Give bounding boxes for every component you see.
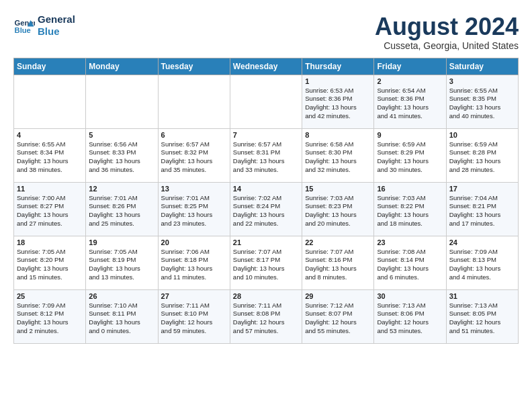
day-number: 16 bbox=[377, 185, 443, 193]
day-number: 8 bbox=[305, 131, 371, 139]
logo-icon: General Blue bbox=[13, 15, 35, 36]
day-cell: 22Sunrise: 7:07 AM Sunset: 8:16 PM Dayli… bbox=[302, 236, 374, 289]
day-cell: 2Sunrise: 6:54 AM Sunset: 8:36 PM Daylig… bbox=[374, 75, 446, 128]
logo-general: General bbox=[38, 13, 75, 26]
day-number: 21 bbox=[233, 238, 299, 246]
day-number: 2 bbox=[377, 77, 443, 85]
day-number: 29 bbox=[305, 292, 371, 300]
day-info: Sunrise: 7:03 AM Sunset: 8:23 PM Dayligh… bbox=[305, 194, 371, 228]
day-number: 13 bbox=[161, 185, 227, 193]
day-number: 12 bbox=[89, 185, 154, 193]
day-number: 4 bbox=[17, 131, 83, 139]
day-cell: 3Sunrise: 6:55 AM Sunset: 8:35 PM Daylig… bbox=[446, 75, 518, 128]
day-cell: 19Sunrise: 7:05 AM Sunset: 8:19 PM Dayli… bbox=[86, 236, 158, 289]
day-number: 6 bbox=[161, 131, 227, 139]
day-number: 28 bbox=[233, 292, 299, 300]
day-info: Sunrise: 6:59 AM Sunset: 8:28 PM Dayligh… bbox=[449, 140, 515, 175]
day-info: Sunrise: 7:11 AM Sunset: 8:10 PM Dayligh… bbox=[161, 302, 227, 336]
day-cell: 29Sunrise: 7:12 AM Sunset: 8:07 PM Dayli… bbox=[302, 289, 374, 343]
day-cell: 13Sunrise: 7:01 AM Sunset: 8:25 PM Dayli… bbox=[158, 182, 230, 236]
day-number: 9 bbox=[377, 131, 443, 139]
day-cell: 26Sunrise: 7:10 AM Sunset: 8:11 PM Dayli… bbox=[86, 289, 158, 343]
day-info: Sunrise: 6:58 AM Sunset: 8:30 PM Dayligh… bbox=[305, 140, 371, 175]
month-title: August 2024 bbox=[375, 13, 519, 40]
header-cell-thursday: Thursday bbox=[302, 58, 374, 75]
day-number: 15 bbox=[305, 185, 371, 193]
day-cell: 31Sunrise: 7:13 AM Sunset: 8:05 PM Dayli… bbox=[446, 289, 518, 343]
day-info: Sunrise: 6:59 AM Sunset: 8:29 PM Dayligh… bbox=[377, 140, 443, 175]
day-cell: 4Sunrise: 6:55 AM Sunset: 8:34 PM Daylig… bbox=[14, 128, 86, 182]
week-row-5: 25Sunrise: 7:09 AM Sunset: 8:12 PM Dayli… bbox=[14, 289, 519, 343]
day-number: 14 bbox=[233, 185, 299, 193]
day-info: Sunrise: 7:02 AM Sunset: 8:24 PM Dayligh… bbox=[233, 194, 299, 228]
day-number: 22 bbox=[305, 238, 371, 246]
day-number: 18 bbox=[17, 238, 83, 246]
day-info: Sunrise: 6:54 AM Sunset: 8:36 PM Dayligh… bbox=[377, 87, 443, 121]
header-row: SundayMondayTuesdayWednesdayThursdayFrid… bbox=[14, 58, 519, 75]
day-number: 31 bbox=[449, 292, 515, 300]
day-info: Sunrise: 7:13 AM Sunset: 8:06 PM Dayligh… bbox=[377, 302, 443, 336]
day-info: Sunrise: 6:57 AM Sunset: 8:32 PM Dayligh… bbox=[161, 140, 227, 175]
day-info: Sunrise: 6:57 AM Sunset: 8:31 PM Dayligh… bbox=[233, 140, 299, 175]
day-info: Sunrise: 7:07 AM Sunset: 8:17 PM Dayligh… bbox=[233, 248, 299, 282]
day-cell: 15Sunrise: 7:03 AM Sunset: 8:23 PM Dayli… bbox=[302, 182, 374, 236]
day-info: Sunrise: 7:12 AM Sunset: 8:07 PM Dayligh… bbox=[305, 302, 371, 336]
day-info: Sunrise: 7:04 AM Sunset: 8:21 PM Dayligh… bbox=[449, 194, 515, 228]
header-cell-tuesday: Tuesday bbox=[158, 58, 230, 75]
day-cell: 23Sunrise: 7:08 AM Sunset: 8:14 PM Dayli… bbox=[374, 236, 446, 289]
day-cell: 27Sunrise: 7:11 AM Sunset: 8:10 PM Dayli… bbox=[158, 289, 230, 343]
day-number: 30 bbox=[377, 292, 443, 300]
page-header: General Blue General Blue August 2024 Cu… bbox=[13, 13, 519, 51]
day-number: 11 bbox=[17, 185, 83, 193]
day-cell: 6Sunrise: 6:57 AM Sunset: 8:32 PM Daylig… bbox=[158, 128, 230, 182]
day-info: Sunrise: 7:09 AM Sunset: 8:13 PM Dayligh… bbox=[449, 248, 515, 282]
day-number: 27 bbox=[161, 292, 227, 300]
day-cell bbox=[14, 75, 86, 128]
calendar-table: SundayMondayTuesdayWednesdayThursdayFrid… bbox=[13, 58, 519, 344]
day-number: 1 bbox=[305, 77, 371, 85]
day-cell: 10Sunrise: 6:59 AM Sunset: 8:28 PM Dayli… bbox=[446, 128, 518, 182]
day-cell: 16Sunrise: 7:03 AM Sunset: 8:22 PM Dayli… bbox=[374, 182, 446, 236]
day-info: Sunrise: 7:11 AM Sunset: 8:08 PM Dayligh… bbox=[233, 302, 299, 336]
day-cell: 28Sunrise: 7:11 AM Sunset: 8:08 PM Dayli… bbox=[230, 289, 302, 343]
day-number: 26 bbox=[89, 292, 154, 300]
day-cell: 24Sunrise: 7:09 AM Sunset: 8:13 PM Dayli… bbox=[446, 236, 518, 289]
day-cell: 18Sunrise: 7:05 AM Sunset: 8:20 PM Dayli… bbox=[14, 236, 86, 289]
header-cell-saturday: Saturday bbox=[446, 58, 518, 75]
day-info: Sunrise: 6:53 AM Sunset: 8:36 PM Dayligh… bbox=[305, 87, 371, 121]
week-row-4: 18Sunrise: 7:05 AM Sunset: 8:20 PM Dayli… bbox=[14, 236, 519, 289]
day-number: 3 bbox=[449, 77, 515, 85]
day-cell: 20Sunrise: 7:06 AM Sunset: 8:18 PM Dayli… bbox=[158, 236, 230, 289]
day-cell: 14Sunrise: 7:02 AM Sunset: 8:24 PM Dayli… bbox=[230, 182, 302, 236]
logo: General Blue General Blue bbox=[13, 13, 75, 38]
day-number: 24 bbox=[449, 238, 515, 246]
week-row-3: 11Sunrise: 7:00 AM Sunset: 8:27 PM Dayli… bbox=[14, 182, 519, 236]
day-info: Sunrise: 7:01 AM Sunset: 8:25 PM Dayligh… bbox=[161, 194, 227, 228]
title-block: August 2024 Cusseta, Georgia, United Sta… bbox=[375, 13, 519, 51]
svg-text:Blue: Blue bbox=[15, 26, 31, 34]
day-number: 19 bbox=[89, 238, 154, 246]
day-cell: 17Sunrise: 7:04 AM Sunset: 8:21 PM Dayli… bbox=[446, 182, 518, 236]
day-number: 5 bbox=[89, 131, 154, 139]
day-cell: 7Sunrise: 6:57 AM Sunset: 8:31 PM Daylig… bbox=[230, 128, 302, 182]
day-number: 25 bbox=[17, 292, 83, 300]
day-number: 20 bbox=[161, 238, 227, 246]
day-number: 7 bbox=[233, 131, 299, 139]
day-number: 17 bbox=[449, 185, 515, 193]
day-cell: 8Sunrise: 6:58 AM Sunset: 8:30 PM Daylig… bbox=[302, 128, 374, 182]
day-info: Sunrise: 7:07 AM Sunset: 8:16 PM Dayligh… bbox=[305, 248, 371, 282]
header-cell-sunday: Sunday bbox=[14, 58, 86, 75]
header-cell-monday: Monday bbox=[86, 58, 158, 75]
day-cell: 25Sunrise: 7:09 AM Sunset: 8:12 PM Dayli… bbox=[14, 289, 86, 343]
day-cell bbox=[86, 75, 158, 128]
day-number: 23 bbox=[377, 238, 443, 246]
day-info: Sunrise: 7:03 AM Sunset: 8:22 PM Dayligh… bbox=[377, 194, 443, 228]
day-cell: 30Sunrise: 7:13 AM Sunset: 8:06 PM Dayli… bbox=[374, 289, 446, 343]
day-cell: 21Sunrise: 7:07 AM Sunset: 8:17 PM Dayli… bbox=[230, 236, 302, 289]
calendar-header: SundayMondayTuesdayWednesdayThursdayFrid… bbox=[14, 58, 519, 75]
header-cell-wednesday: Wednesday bbox=[230, 58, 302, 75]
calendar-body: 1Sunrise: 6:53 AM Sunset: 8:36 PM Daylig… bbox=[14, 75, 519, 343]
day-info: Sunrise: 7:01 AM Sunset: 8:26 PM Dayligh… bbox=[89, 194, 154, 228]
day-cell: 9Sunrise: 6:59 AM Sunset: 8:29 PM Daylig… bbox=[374, 128, 446, 182]
day-info: Sunrise: 7:06 AM Sunset: 8:18 PM Dayligh… bbox=[161, 248, 227, 282]
